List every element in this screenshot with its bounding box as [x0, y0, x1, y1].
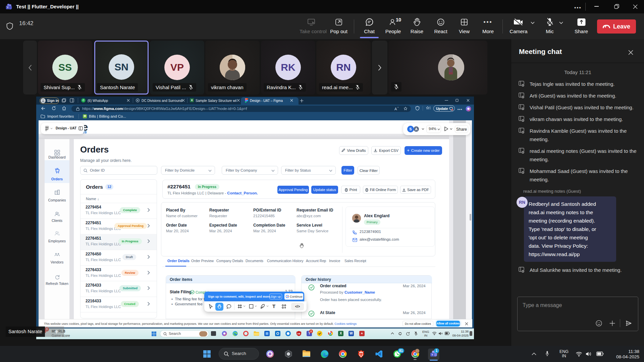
svg-text:T: T [7, 6, 9, 9]
svg-text:T: T [431, 353, 433, 356]
